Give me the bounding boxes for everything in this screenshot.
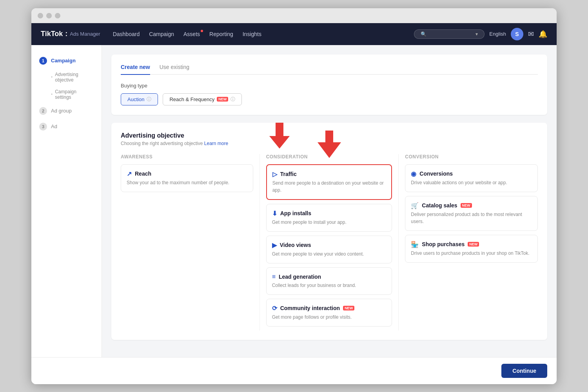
catalog-new-badge: NEW (461, 203, 472, 208)
brand-name: TikTok (41, 30, 63, 38)
obj-app-installs[interactable]: ⬇ App installs Get more people to instal… (266, 204, 392, 232)
traffic-desc: Send more people to a destination on you… (272, 180, 386, 194)
column-awareness: Awareness ↗ Reach Show your ad to the ma… (121, 154, 260, 330)
brand-logo: TikTok: Ads Manager (41, 30, 100, 38)
community-icon: ⟳ (272, 305, 277, 312)
shop-new-badge: NEW (468, 242, 479, 247)
obj-shop-purchases[interactable]: 🏪 Shop purchases NEW Drive users to purc… (405, 235, 538, 263)
sidebar-item-campaign[interactable]: 1 Campaign (31, 53, 102, 69)
nav-campaign[interactable]: Campaign (149, 31, 174, 37)
conversion-title: Conversion (405, 154, 538, 160)
browser-chrome (31, 8, 557, 23)
shop-icon: 🏪 (411, 241, 419, 248)
bell-icon[interactable]: 🔔 (539, 30, 547, 38)
lead-gen-desc: Collect leads for your business or brand… (272, 282, 387, 289)
awareness-title: Awareness (121, 154, 253, 160)
tab-create-new[interactable]: Create new (121, 64, 150, 75)
obj-reach[interactable]: ↗ Reach Show your ad to the maximum numb… (121, 164, 253, 192)
video-views-icon: ▶ (272, 241, 277, 249)
sidebar: 1 Campaign Advertising objective Campaig… (31, 45, 102, 357)
buying-type-options: Auction ⓘ Reach & Frequency NEW ⓘ (121, 93, 538, 105)
mail-icon[interactable]: ✉ (528, 30, 534, 38)
app-installs-desc: Get more people to install your app. (272, 219, 387, 226)
reach-frequency-info-icon: ⓘ (230, 96, 235, 103)
buying-btn-reach-frequency[interactable]: Reach & Frequency NEW ⓘ (163, 93, 242, 105)
arrow-annotation (318, 131, 341, 158)
search-chevron: ▾ (475, 31, 478, 37)
nav-links: Dashboard Campaign Assets Reporting Insi… (113, 31, 402, 37)
obj-conversions[interactable]: ◉ Conversions Drive valuable actions on … (405, 164, 538, 192)
catalog-icon: 🛒 (411, 202, 419, 209)
browser-window: TikTok: Ads Manager Dashboard Campaign A… (31, 8, 557, 384)
obj-traffic[interactable]: ▷ Traffic Send more people to a destinat… (266, 164, 392, 200)
buying-type-label: Buying type (121, 83, 538, 89)
red-arrow (269, 123, 290, 149)
obj-catalog-sales[interactable]: 🛒 Catalog sales NEW Deliver personalized… (405, 196, 538, 231)
brand-subtitle: Ads Manager (70, 31, 100, 37)
main-content: Create new Use existing Buying type Auct… (102, 45, 557, 357)
sidebar-item-ad[interactable]: 3 Ad (31, 119, 102, 134)
nav-dashboard[interactable]: Dashboard (113, 31, 140, 37)
continue-button[interactable]: Continue (501, 364, 547, 378)
tab-use-existing[interactable]: Use existing (160, 64, 189, 75)
browser-dot-2 (46, 13, 52, 18)
bottom-bar: Continue (31, 357, 557, 384)
sidebar-sub-advertising-objective[interactable]: Advertising objective (31, 69, 102, 86)
avatar[interactable]: S (511, 28, 523, 40)
search-bar[interactable]: 🔍 ▾ (414, 29, 485, 39)
buying-btn-auction[interactable]: Auction ⓘ (121, 93, 158, 105)
browser-dot-3 (55, 13, 60, 18)
auction-info-icon: ⓘ (147, 96, 151, 103)
tab-row: Create new Use existing (121, 64, 538, 75)
obj-community-interaction[interactable]: ⟳ Community interaction NEW Get more pag… (266, 299, 392, 327)
reach-desc: Show your ad to the maximum number of pe… (127, 179, 247, 186)
assets-badge (201, 30, 203, 32)
svg-marker-0 (318, 131, 341, 158)
step-circle-2: 2 (39, 107, 47, 115)
sidebar-sub-campaign-settings[interactable]: Campaign settings (31, 86, 102, 103)
column-conversion: Conversion ◉ Conversions Drive valuable … (399, 154, 538, 330)
nav-insights[interactable]: Insights (243, 31, 261, 37)
red-arrow-svg (318, 131, 341, 158)
step-circle-1: 1 (39, 57, 47, 65)
search-icon: 🔍 (421, 31, 426, 37)
community-desc: Get more page follows or profile visits. (272, 314, 387, 321)
video-views-desc: Get more people to view your video conte… (272, 250, 387, 258)
obj-video-views[interactable]: ▶ Video views Get more people to view yo… (266, 236, 392, 263)
lead-gen-icon: ≡ (272, 273, 276, 280)
reach-icon: ↗ (127, 170, 132, 178)
shop-desc: Drive users to purchase products in your… (411, 250, 532, 257)
reach-frequency-new-badge: NEW (217, 97, 228, 102)
language-selector[interactable]: English (489, 31, 506, 37)
obj-lead-generation[interactable]: ≡ Lead generation Collect leads for your… (266, 267, 392, 295)
top-nav: TikTok: Ads Manager Dashboard Campaign A… (31, 23, 557, 45)
objectives-grid: Awareness ↗ Reach Show your ad to the ma… (121, 154, 538, 330)
learn-more-link[interactable]: Learn more (204, 141, 228, 146)
column-consideration: Consideration ▷ Traffic Send more people… (260, 154, 399, 330)
campaign-type-card: Create new Use existing Buying type Auct… (111, 54, 547, 115)
nav-assets[interactable]: Assets (183, 31, 200, 37)
conversions-desc: Drive valuable actions on your website o… (411, 179, 532, 186)
step-circle-3: 3 (39, 123, 47, 131)
nav-right: 🔍 ▾ English S ✉ 🔔 (414, 28, 547, 40)
main-layout: 1 Campaign Advertising objective Campaig… (31, 45, 557, 357)
nav-reporting[interactable]: Reporting (209, 31, 233, 37)
conversions-icon: ◉ (411, 170, 416, 178)
browser-dot-1 (38, 13, 43, 18)
sidebar-item-adgroup[interactable]: 2 Ad group (31, 103, 102, 119)
svg-marker-1 (269, 123, 290, 149)
catalog-desc: Deliver personalized product ads to the … (411, 211, 532, 225)
app-installs-icon: ⬇ (272, 210, 277, 217)
community-new-badge: NEW (343, 306, 354, 310)
traffic-icon: ▷ (272, 171, 277, 178)
advertising-objective-card: Advertising objective Choosing the right… (111, 123, 547, 340)
red-arrow-container (269, 123, 290, 150)
